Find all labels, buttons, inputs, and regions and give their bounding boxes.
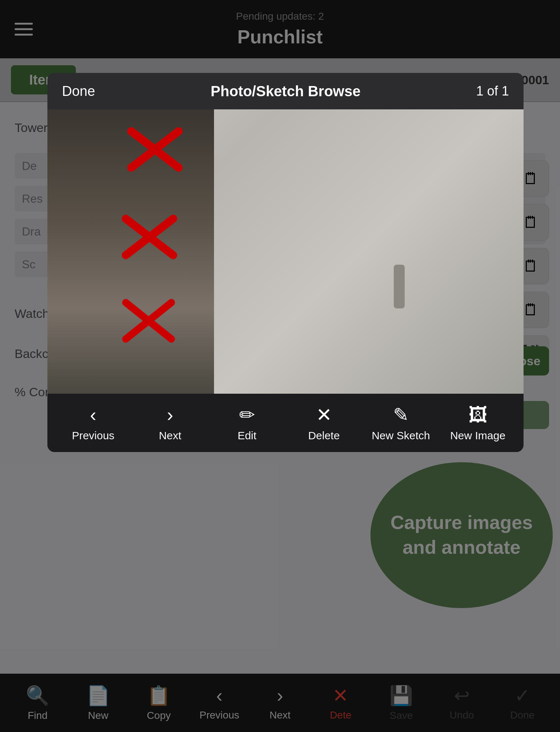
photo-sketch-modal: Done Photo/Sketch Browse 1 of 1 ‹ [47,73,524,452]
new-image-icon: 🖼 [468,404,487,426]
modal-header: Done Photo/Sketch Browse 1 of 1 [47,73,524,109]
next-button[interactable]: › Next [132,404,209,442]
edit-button[interactable]: ✏ Edit [209,404,285,442]
previous-icon: ‹ [90,404,96,426]
modal-toolbar: ‹ Previous › Next ✏ Edit ✕ Delete ✎ New … [47,394,524,452]
new-sketch-button[interactable]: ✎ New Sketch [362,404,439,442]
next-icon: › [167,404,173,426]
new-sketch-label: New Sketch [372,429,430,442]
modal-title: Photo/Sketch Browse [211,83,361,100]
new-sketch-icon: ✎ [393,404,409,426]
edit-icon: ✏ [239,404,255,426]
modal-image-area [47,109,524,394]
door-handle [394,265,405,308]
previous-button[interactable]: ‹ Previous [55,404,132,442]
delete-label: Delete [308,429,340,442]
annotations-svg [47,109,524,394]
modal-done-button[interactable]: Done [62,83,95,99]
previous-label: Previous [72,429,114,442]
new-image-label: New Image [450,429,506,442]
new-image-button[interactable]: 🖼 New Image [439,404,516,442]
delete-button[interactable]: ✕ Delete [285,404,362,442]
delete-icon: ✕ [316,404,332,426]
photo-background [47,109,524,394]
modal-counter: 1 of 1 [476,83,509,99]
edit-label: Edit [238,429,257,442]
next-label: Next [159,429,182,442]
